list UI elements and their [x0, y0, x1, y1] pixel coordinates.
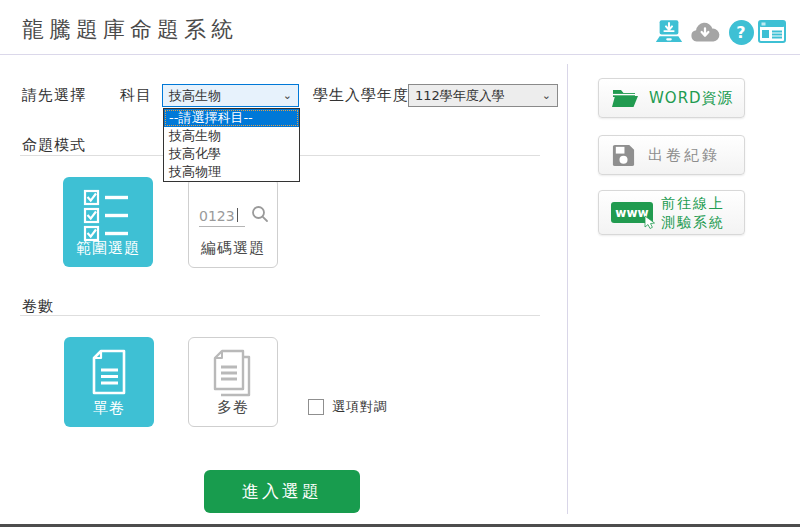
www-cursor-icon: www [611, 202, 653, 223]
exam-record-label: 出卷紀錄 [648, 146, 720, 165]
single-paper-tile[interactable]: 單卷 [64, 337, 154, 427]
papers-section-divider [20, 315, 540, 316]
subject-select[interactable]: 技高生物 ⌄ [162, 84, 299, 107]
word-resource-button[interactable]: WORD資源 [598, 78, 745, 118]
records-window-icon[interactable] [757, 18, 787, 46]
code-select-tile[interactable]: 0123 編碼選題 [188, 178, 278, 268]
header: 龍騰題庫命題系統 ? [0, 0, 800, 55]
checklist-icon [63, 189, 153, 243]
year-label: 學生入學年度 [313, 86, 409, 105]
multi-paper-tile[interactable]: 多卷 [188, 337, 278, 427]
question-mark: ? [729, 20, 754, 45]
swap-options-label: 選項對調 [332, 398, 388, 416]
mode-section-title: 命題模式 [22, 136, 86, 155]
search-icon[interactable] [251, 205, 269, 227]
folder-icon [611, 86, 639, 110]
online-test-line1: 前往線上 [661, 194, 725, 213]
range-select-tile[interactable]: 範圍選題 [63, 177, 153, 267]
prompt-label: 請先選擇 [22, 86, 86, 105]
swap-options-checkbox[interactable] [308, 399, 324, 415]
subject-select-value: 技高生物 [163, 87, 283, 105]
subject-option-physics[interactable]: 技高物理 [164, 163, 299, 181]
subject-dropdown-list: --請選擇科目-- 技高生物 技高化學 技高物理 [163, 108, 300, 182]
online-test-button[interactable]: www 前往線上 測驗系統 [598, 190, 745, 235]
laptop-download-icon[interactable] [654, 18, 684, 46]
swap-options-checkbox-row[interactable]: 選項對調 [308, 398, 388, 416]
documents-stack-icon [189, 349, 277, 399]
multi-tile-label: 多卷 [217, 398, 249, 417]
year-select[interactable]: 112學年度入學 ⌄ [408, 84, 558, 107]
cloud-download-icon[interactable] [690, 18, 720, 46]
window-bottom-edge [0, 524, 800, 527]
online-test-label: 前往線上 測驗系統 [661, 194, 725, 232]
enter-selection-button[interactable]: 進入選題 [204, 470, 360, 513]
subject-option-biology[interactable]: 技高生物 [164, 127, 299, 145]
online-test-line2: 測驗系統 [661, 213, 725, 232]
save-disk-icon [611, 143, 636, 168]
page-title: 龍騰題庫命題系統 [22, 15, 238, 45]
single-tile-label: 單卷 [93, 399, 125, 418]
document-icon [64, 348, 154, 396]
chevron-down-icon: ⌄ [542, 89, 551, 102]
exam-record-button[interactable]: 出卷紀錄 [598, 135, 745, 175]
help-icon[interactable]: ? [726, 18, 756, 46]
code-input[interactable]: 0123 [199, 208, 245, 227]
year-select-value: 112學年度入學 [409, 87, 542, 105]
papers-section-title: 卷數 [22, 297, 54, 316]
subject-option-chemistry[interactable]: 技高化學 [164, 145, 299, 163]
code-input-value: 0123 [199, 208, 235, 224]
chevron-down-icon: ⌄ [283, 89, 292, 102]
subject-option-placeholder[interactable]: --請選擇科目-- [164, 109, 299, 127]
text-caret [237, 208, 238, 222]
vertical-divider [567, 64, 568, 514]
subject-label: 科目 [120, 86, 152, 105]
code-tile-label: 編碼選題 [201, 239, 265, 258]
word-resource-label: WORD資源 [649, 89, 734, 108]
